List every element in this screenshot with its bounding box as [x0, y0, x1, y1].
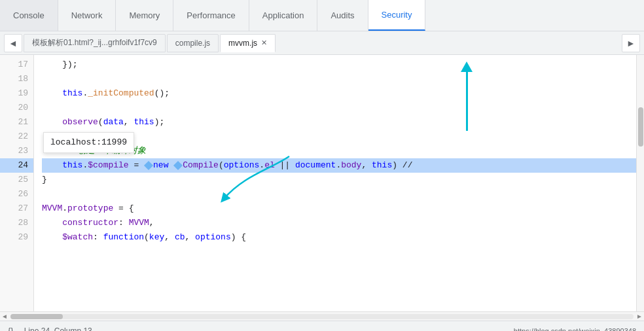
tab-console[interactable]: Console: [0, 0, 58, 31]
line-num-23: 23: [5, 144, 28, 158]
arrow-up-indicator: [461, 61, 473, 131]
code-line-18: [42, 72, 636, 86]
line-num-28: 28: [5, 216, 28, 230]
file-tab-mvvm[interactable]: mvvm.js ✕: [220, 34, 276, 52]
arrow-up-line: [466, 72, 468, 131]
scrollbar-horizontal[interactable]: ◄ ►: [0, 311, 644, 321]
code-content[interactable]: }); this._initComputed(); observe(data, …: [34, 55, 636, 311]
line-num-26: 26: [5, 187, 28, 201]
code-line-24: this.$compile = new Compile(options.el |…: [42, 158, 636, 173]
line-numbers: 17 18 19 20 21 22 23 24 25 26 27 28 29: [0, 55, 34, 311]
line-num-22: 22: [5, 130, 28, 144]
status-bar: {} Line 24, Column 13 https://blog.csdn.…: [0, 321, 644, 331]
arrow-diagonal-indicator: [217, 156, 296, 209]
scrollbar-h-right-arrow[interactable]: ►: [635, 312, 644, 321]
close-tab-mvvm[interactable]: ✕: [261, 39, 267, 47]
file-tab-template[interactable]: 模板解析01.html?_ij...grhfoifv1f7cv9: [24, 34, 166, 52]
scrollbar-h-thumb[interactable]: [10, 314, 63, 319]
code-line-25: }: [42, 173, 636, 187]
line-num-25: 25: [5, 173, 28, 187]
code-line-17: });: [42, 58, 636, 72]
cursor-position: Line 24, Column 13: [24, 326, 92, 332]
nav-prev-arrow[interactable]: ◄: [4, 34, 22, 52]
blue-diamond-compile: [173, 161, 183, 170]
line-num-21: 21: [5, 115, 28, 130]
file-tab-compile[interactable]: compile.js: [167, 34, 219, 52]
tab-network[interactable]: Network: [58, 0, 116, 31]
tab-security[interactable]: Security: [368, 0, 426, 31]
blue-diamond-new: [144, 161, 153, 170]
tab-audits[interactable]: Audits: [317, 0, 368, 31]
tab-application[interactable]: Application: [249, 0, 318, 31]
scrollbar-vertical[interactable]: [636, 55, 644, 311]
code-line-19: this._initComputed();: [42, 86, 636, 101]
line-num-29: 29: [5, 230, 28, 245]
line-num-24: 24: [0, 158, 33, 173]
tab-memory[interactable]: Memory: [116, 0, 173, 31]
scrollbar-h-left-arrow[interactable]: ◄: [0, 312, 9, 321]
editor-area: 17 18 19 20 21 22 23 24 25 26 27 28 29 }…: [0, 55, 644, 311]
line-num-27: 27: [5, 201, 28, 216]
code-line-26: [42, 187, 636, 201]
line-num-19: 19: [5, 86, 28, 101]
devtools-tab-bar: Console Network Memory Performance Appli…: [0, 0, 644, 31]
scrollbar-v-thumb[interactable]: [638, 107, 643, 147]
status-left: {} Line 24, Column 13: [8, 326, 92, 331]
tooltip-localhost: localhost:11999: [43, 132, 134, 153]
scrollbar-h-track: [10, 314, 634, 319]
code-line-28: constructor: MVVM,: [42, 216, 636, 230]
code-line-21: observe(data, this);: [42, 115, 636, 130]
line-num-17: 17: [5, 58, 28, 72]
code-line-29: $watch: function(key, cb, options) {: [42, 230, 636, 245]
status-url: https://blog.csdn.net/weixin_43890348: [514, 327, 636, 332]
line-num-20: 20: [5, 101, 28, 115]
arrow-up-head: [461, 61, 473, 72]
file-tabs-row: ◄ 模板解析01.html?_ij...grhfoifv1f7cv9 compi…: [0, 31, 644, 55]
console-icon: {}: [8, 326, 14, 331]
tab-performance[interactable]: Performance: [173, 0, 249, 31]
code-line-20: [42, 101, 636, 115]
code-line-27: MVVM.prototype = {: [42, 201, 636, 216]
nav-next-arrow[interactable]: ►: [622, 34, 640, 52]
line-num-18: 18: [5, 72, 28, 86]
